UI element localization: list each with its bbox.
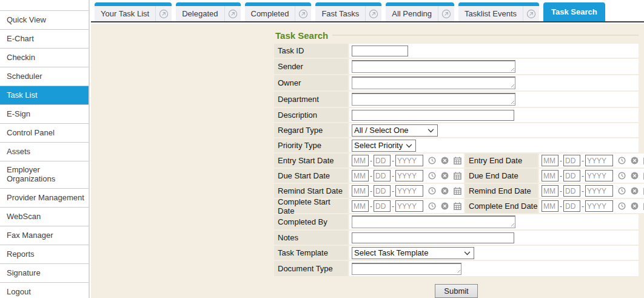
document-type-input[interactable] [352,263,461,275]
department-input[interactable] [352,93,515,106]
date-separator: - [392,157,394,165]
task-id-row: Task ID [274,44,639,58]
sidebar-item-webscan[interactable]: WebScan [0,207,89,226]
regard-type-row: Regard Type All / Select One [274,123,639,137]
sidebar-item-reports[interactable]: Reports [0,245,89,263]
entry-start-dd-input[interactable] [374,155,391,166]
remind-end-date-label: Remind End Date [465,184,538,198]
clear-icon[interactable] [631,202,639,210]
date-separator: - [560,157,562,165]
complete-end-date-label: Complete End Date [465,199,538,213]
calendar-icon[interactable] [454,202,461,210]
owner-row: Owner [274,75,639,90]
completed-by-label: Completed By [274,214,348,229]
tab-label: All Pending [386,6,438,21]
sender-input[interactable] [352,60,515,73]
complete-start-date-group: - - [352,200,461,212]
sidebar-item-quick-view[interactable]: Quick View [0,10,89,29]
priority-type-select[interactable]: Select Priority [352,140,416,152]
sidebar-item-employer-organizations[interactable]: Employer Organizations [0,161,89,188]
complete-start-mm-input[interactable] [352,200,369,212]
description-input[interactable] [352,110,514,121]
entry-end-yyyy-input[interactable] [585,155,613,166]
open-in-new-icon[interactable] [365,6,381,21]
entry-start-yyyy-input[interactable] [395,155,423,166]
clock-icon[interactable] [618,187,626,195]
tab-tasklist-events[interactable]: Tasklist Events [458,2,539,21]
sidebar-item-e-sign[interactable]: E-Sign [0,104,89,123]
clear-icon[interactable] [631,187,639,195]
sidebar-item-signature[interactable]: Signature [0,263,89,282]
sidebar-item-logout[interactable]: Logout [0,282,89,298]
due-end-dd-input[interactable] [563,170,580,181]
clear-icon[interactable] [441,187,449,195]
remind-end-yyyy-input[interactable] [585,185,613,197]
tab-delegated[interactable]: Delegated [176,2,240,21]
due-end-mm-input[interactable] [542,170,558,181]
clock-icon[interactable] [428,187,436,195]
entry-start-mm-input[interactable] [352,155,369,166]
remind-start-dd-input[interactable] [374,185,391,197]
clear-icon[interactable] [631,172,639,180]
remind-start-yyyy-input[interactable] [395,185,423,197]
clear-icon[interactable] [631,157,639,164]
open-in-new-icon[interactable] [155,6,172,21]
clock-icon[interactable] [428,202,436,210]
tab-completed[interactable]: Completed [245,2,312,21]
complete-start-dd-input[interactable] [374,200,391,212]
notes-input[interactable] [352,232,514,243]
open-in-new-icon[interactable] [224,6,241,21]
remind-start-mm-input[interactable] [352,185,369,197]
task-template-select[interactable]: Select Task Template [352,247,474,259]
clear-icon[interactable] [441,157,449,164]
sidebar-item-scheduler[interactable]: Scheduler [0,67,89,86]
complete-end-yyyy-input[interactable] [585,200,613,212]
entry-end-mm-input[interactable] [542,155,558,166]
regard-type-select[interactable]: All / Select One [352,124,438,137]
date-separator: - [370,157,372,165]
due-start-yyyy-input[interactable] [395,170,423,181]
owner-input[interactable] [352,76,515,89]
clock-icon[interactable] [618,202,626,210]
date-separator: - [560,202,562,211]
due-start-dd-input[interactable] [374,170,391,181]
entry-date-row: Entry Start Date - - Entry End Date - [274,154,639,168]
calendar-icon[interactable] [454,172,461,180]
sidebar-item-provider-management[interactable]: Provider Management [0,188,89,207]
tab-task-search[interactable]: Task Search [543,2,605,21]
open-in-new-icon[interactable] [523,6,539,21]
completed-by-input[interactable] [352,215,515,228]
tab-all-pending[interactable]: All Pending [386,2,454,21]
clear-icon[interactable] [441,172,449,180]
title-divider [332,35,639,36]
complete-end-mm-input[interactable] [542,200,558,212]
open-in-new-icon[interactable] [295,6,311,21]
submit-button[interactable]: Submit [435,284,477,298]
clock-icon[interactable] [618,172,626,180]
remind-end-mm-input[interactable] [542,185,558,197]
clear-icon[interactable] [441,202,449,210]
calendar-icon[interactable] [454,157,461,164]
sidebar-item-e-chart[interactable]: E-Chart [0,29,89,48]
due-end-yyyy-input[interactable] [585,170,613,181]
tab-fast-tasks[interactable]: Fast Tasks [315,2,381,21]
entry-end-date-label: Entry End Date [465,154,538,168]
submit-row: Submit [274,284,639,298]
complete-start-yyyy-input[interactable] [395,200,423,212]
sidebar-item-assets[interactable]: Assets [0,142,89,161]
task-id-input[interactable] [352,46,408,56]
due-start-mm-input[interactable] [352,170,369,181]
remind-end-dd-input[interactable] [563,185,580,197]
entry-end-dd-input[interactable] [563,155,580,166]
calendar-icon[interactable] [454,187,461,195]
sidebar-item-control-panel[interactable]: Control Panel [0,123,89,142]
sidebar-item-checkin[interactable]: Checkin [0,48,89,67]
clock-icon[interactable] [618,157,626,164]
sidebar-item-task-list[interactable]: Task List [0,86,89,104]
clock-icon[interactable] [428,157,436,164]
tab-your-task-list[interactable]: Your Task List [95,2,172,21]
clock-icon[interactable] [428,172,436,180]
sidebar-item-fax-manager[interactable]: Fax Manager [0,226,89,245]
complete-end-dd-input[interactable] [563,200,580,212]
open-in-new-icon[interactable] [438,6,454,21]
